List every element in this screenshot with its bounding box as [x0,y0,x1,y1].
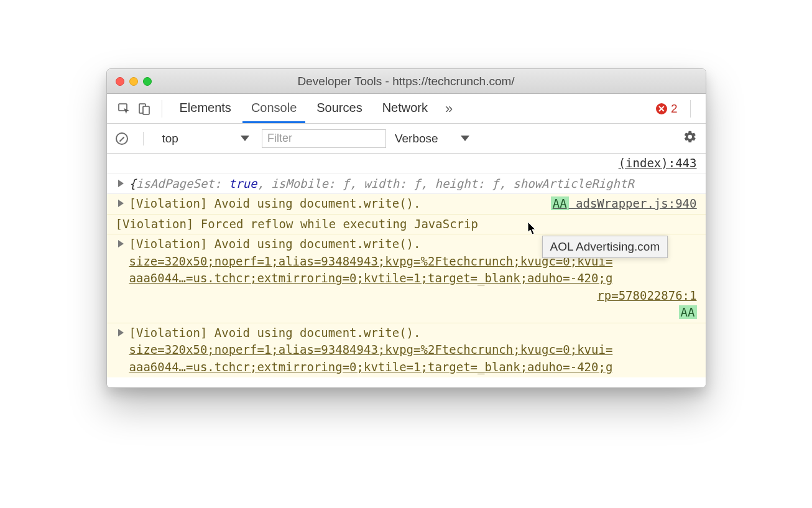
violation-row[interactable]: AA adsWrapper.js:940 [Violation] Avoid u… [107,194,706,215]
extension-badge[interactable]: AA [679,305,697,319]
settings-icon[interactable] [683,130,697,147]
separator [143,132,144,145]
devtools-window: Developer Tools - https://techcrunch.com… [106,68,706,388]
tab-network[interactable]: Network [374,94,436,123]
violation-url[interactable]: rp=578022876:1 [597,289,696,302]
violation-url[interactable]: aaa6044…=us.tchcr;extmirroring=0;kvtile=… [129,360,613,374]
level-selector[interactable]: Verbose [395,132,469,145]
console-output: (index):443 {isAdPageSet: true, isMobile… [107,154,706,387]
error-count[interactable]: ✕ 2 [656,102,678,116]
chevron-down-icon [241,136,249,141]
chevron-down-icon [461,136,469,141]
context-selector[interactable]: top [159,131,253,147]
tabs-bar: Elements Console Sources Network » ✕ 2 [107,94,706,124]
violation-url[interactable]: aaa6044…=us.tchcr;extmirroring=0;kvtile=… [129,271,613,285]
filter-placeholder: Filter [267,132,292,145]
badge-tooltip: AOL Advertising.com [542,236,668,258]
error-count-value: 2 [671,102,678,116]
tab-console[interactable]: Console [242,94,305,123]
source-link[interactable]: AA adsWrapper.js:940 [551,195,697,213]
inspect-icon[interactable] [116,100,133,118]
maximize-button[interactable] [143,77,152,86]
error-icon: ✕ [656,103,667,114]
separator [690,100,691,118]
level-value: Verbose [395,132,438,145]
tabs-overflow[interactable]: » [439,101,459,117]
close-button[interactable] [116,77,124,86]
violation-url[interactable]: size=320x50;noperf=1;alias=93484943;kvpg… [129,254,613,268]
violation-text: [Violation] Avoid using document.write()… [129,326,421,339]
window-title: Developer Tools - https://techcrunch.com… [107,75,706,88]
violation-row[interactable]: [Violation] Forced reflow while executin… [107,215,706,235]
separator [162,100,162,118]
log-row[interactable]: (index):443 [107,154,706,174]
violation-text: [Violation] Avoid using document.write()… [129,237,421,251]
violation-text: [Violation] Avoid using document.write()… [129,196,421,210]
clear-console-icon[interactable] [116,132,128,145]
console-toolbar: top Filter Verbose [107,124,706,154]
violation-text: [Violation] Forced reflow while executin… [116,217,478,231]
minimize-button[interactable] [129,77,138,86]
source-file[interactable]: adsWrapper.js:940 [576,196,696,210]
svg-rect-2 [143,106,149,114]
titlebar: Developer Tools - https://techcrunch.com… [107,69,706,94]
violation-row[interactable]: [Violation] Avoid using document.write()… [107,323,706,377]
extension-badge[interactable]: AA [551,196,569,210]
source-link[interactable]: (index):443 [619,155,697,172]
device-toggle-icon[interactable] [136,100,153,118]
tab-elements[interactable]: Elements [171,94,240,123]
traffic-lights [116,77,152,86]
context-value: top [162,132,178,145]
tab-sources[interactable]: Sources [308,94,371,123]
tooltip-text: AOL Advertising.com [550,240,660,253]
filter-input[interactable]: Filter [262,129,386,148]
log-row[interactable]: {isAdPageSet: true, isMobile: ƒ, width: … [107,174,706,195]
violation-url[interactable]: size=320x50;noperf=1;alias=93484943;kvpg… [129,343,613,356]
